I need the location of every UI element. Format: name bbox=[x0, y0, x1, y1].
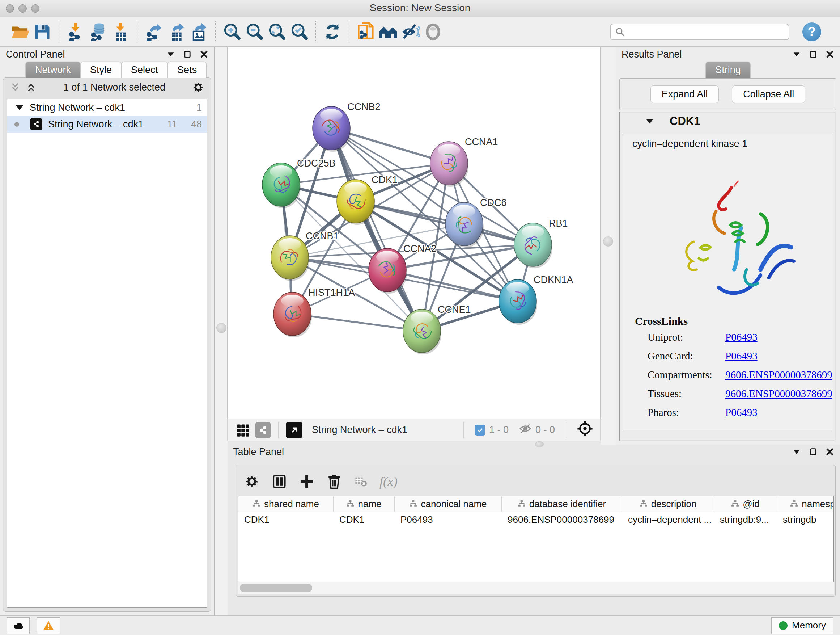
add-column-icon[interactable] bbox=[299, 474, 314, 489]
column-header-description[interactable]: description bbox=[622, 496, 714, 511]
node-CDKN1A[interactable]: CDKN1A bbox=[499, 274, 573, 325]
open-session-icon[interactable] bbox=[9, 21, 31, 43]
table-cell: 9606.ENSP00000378699 bbox=[502, 514, 622, 525]
panel-float-icon[interactable] bbox=[809, 448, 818, 456]
string-import-icon[interactable] bbox=[377, 21, 399, 43]
cytoscape-window: Session: New Session ? Control bbox=[0, 0, 840, 635]
right-splitter[interactable] bbox=[600, 47, 616, 445]
table-body: CDK1CDK1P064939606.ENSP00000378699cyclin… bbox=[238, 512, 833, 527]
table-settings-gear-icon[interactable] bbox=[244, 474, 259, 489]
tab-style[interactable]: Style bbox=[80, 62, 122, 78]
node-label-CCNB1: CCNB1 bbox=[306, 231, 339, 241]
panel-close-icon[interactable] bbox=[826, 448, 834, 456]
column-header-canonical-name[interactable]: canonical name bbox=[395, 496, 502, 511]
panel-float-icon[interactable] bbox=[183, 50, 192, 59]
network-collection-row[interactable]: String Network – cdk1 1 bbox=[7, 99, 207, 116]
toolbar-separator bbox=[137, 21, 137, 42]
column-header-database-identifier[interactable]: database identifier bbox=[502, 496, 622, 511]
right-splitter-handle[interactable] bbox=[603, 236, 613, 247]
results-actions: Expand All Collapse All bbox=[619, 78, 836, 110]
help-button[interactable]: ? bbox=[802, 22, 821, 41]
delete-rows-trash-icon[interactable] bbox=[327, 474, 342, 489]
selected-checkbox-icon[interactable] bbox=[475, 424, 485, 435]
export-image-icon[interactable] bbox=[187, 21, 210, 43]
warnings-button[interactable] bbox=[37, 617, 60, 634]
section-collapse-icon[interactable] bbox=[645, 117, 654, 126]
share-network-icon[interactable] bbox=[255, 422, 271, 438]
refresh-icon[interactable] bbox=[321, 21, 344, 43]
clone-network-icon[interactable] bbox=[355, 21, 377, 43]
crosslink-link[interactable]: 9606.ENSP00000378699 bbox=[725, 369, 832, 381]
table-panel-title: Table Panel bbox=[233, 447, 284, 458]
show-panel-eye-icon[interactable] bbox=[422, 21, 444, 43]
collapse-all-button[interactable]: Collapse All bbox=[732, 86, 805, 103]
crosslink-link[interactable]: 9606.ENSP00000378699 bbox=[725, 388, 832, 400]
expand-all-button[interactable]: Expand All bbox=[651, 86, 719, 103]
import-table-file-icon[interactable] bbox=[109, 21, 132, 43]
node-CCNA1[interactable]: CCNA1 bbox=[430, 136, 498, 187]
panel-close-icon[interactable] bbox=[200, 50, 208, 59]
open-in-window-icon[interactable] bbox=[286, 422, 302, 439]
collapse-all-icon[interactable] bbox=[10, 82, 21, 93]
column-header-@id[interactable]: @id bbox=[714, 496, 777, 511]
fit-crosshair-icon[interactable] bbox=[577, 421, 593, 439]
scrollbar-thumb[interactable] bbox=[240, 584, 312, 592]
tab-select[interactable]: Select bbox=[121, 62, 168, 78]
column-header-shared-name[interactable]: shared name bbox=[238, 496, 333, 511]
tab-string[interactable]: String bbox=[706, 62, 751, 78]
node-CCNB2[interactable]: CCNB2 bbox=[313, 101, 381, 152]
crosslink-link[interactable]: P06493 bbox=[725, 407, 758, 418]
panel-menu-icon[interactable] bbox=[792, 448, 801, 456]
edge-CCNB2-CCNE1[interactable] bbox=[332, 128, 422, 331]
import-network-database-icon[interactable] bbox=[87, 21, 109, 43]
network-label: String Network – cdk1 bbox=[48, 119, 144, 130]
tab-network[interactable]: Network bbox=[25, 62, 81, 78]
panel-float-icon[interactable] bbox=[809, 50, 818, 59]
hide-panel-eye-icon[interactable] bbox=[399, 21, 422, 43]
crosslink-link[interactable]: P06493 bbox=[725, 350, 758, 362]
expand-all-icon[interactable] bbox=[26, 82, 36, 93]
zoom-in-icon[interactable] bbox=[221, 21, 243, 43]
cloud-status-button[interactable] bbox=[6, 617, 30, 634]
table-horizontal-scrollbar[interactable] bbox=[238, 582, 834, 594]
node-RB1[interactable]: RB1 bbox=[514, 218, 568, 268]
zoom-selected-icon[interactable] bbox=[288, 21, 310, 43]
search-icon bbox=[615, 27, 625, 37]
tree-expand-icon[interactable] bbox=[16, 105, 23, 110]
crosslink-link[interactable]: P06493 bbox=[725, 331, 758, 343]
toolbar-separator bbox=[349, 21, 349, 42]
table-toolbar: f(x) bbox=[236, 465, 835, 493]
panel-menu-icon[interactable] bbox=[792, 50, 801, 59]
network-row[interactable]: String Network – cdk1 11 48 bbox=[7, 116, 207, 133]
left-splitter-handle[interactable] bbox=[216, 323, 226, 333]
node-CCNE1[interactable]: CCNE1 bbox=[403, 304, 471, 355]
import-network-file-icon[interactable] bbox=[65, 21, 87, 43]
save-session-icon[interactable] bbox=[31, 21, 54, 43]
network-canvas[interactable]: CCNB2CCNA1CDC25BCDK1CDC6RB1CCNB1CCNA2CDK… bbox=[227, 47, 600, 419]
node-CDC6[interactable]: CDC6 bbox=[445, 197, 507, 248]
node-table: shared namenamecanonical namedatabase id… bbox=[238, 496, 834, 583]
search-input[interactable] bbox=[629, 26, 784, 38]
panel-menu-icon[interactable] bbox=[166, 50, 175, 59]
gene-section-header[interactable]: CDK1 bbox=[620, 112, 836, 131]
column-header-namespace[interactable]: namespace bbox=[777, 496, 834, 511]
network-view-title: String Network – cdk1 bbox=[312, 424, 407, 435]
network-options-gear-icon[interactable] bbox=[192, 81, 204, 93]
export-table-icon[interactable] bbox=[165, 21, 187, 43]
crosslink-row: GeneCard:P06493 bbox=[647, 350, 836, 362]
node-HIST1H1A[interactable]: HIST1H1A bbox=[273, 287, 355, 337]
export-network-icon[interactable] bbox=[142, 21, 165, 43]
column-header-name[interactable]: name bbox=[333, 496, 395, 511]
zoom-fit-icon[interactable] bbox=[265, 21, 288, 43]
show-columns-icon[interactable] bbox=[272, 474, 287, 489]
tab-sets[interactable]: Sets bbox=[167, 62, 207, 78]
memory-button[interactable]: Memory bbox=[771, 617, 834, 634]
collection-label: String Network – cdk1 bbox=[30, 102, 125, 113]
table-row[interactable]: CDK1CDK1P064939606.ENSP00000378699cyclin… bbox=[238, 512, 833, 527]
panel-close-icon[interactable] bbox=[826, 50, 834, 59]
birds-eye-grid-icon[interactable] bbox=[235, 422, 251, 439]
table-cell: cyclin–dependent ... bbox=[622, 514, 714, 525]
left-splitter[interactable] bbox=[214, 47, 227, 616]
node-CDC25B[interactable]: CDC25B bbox=[262, 158, 336, 208]
zoom-out-icon[interactable] bbox=[243, 21, 265, 43]
